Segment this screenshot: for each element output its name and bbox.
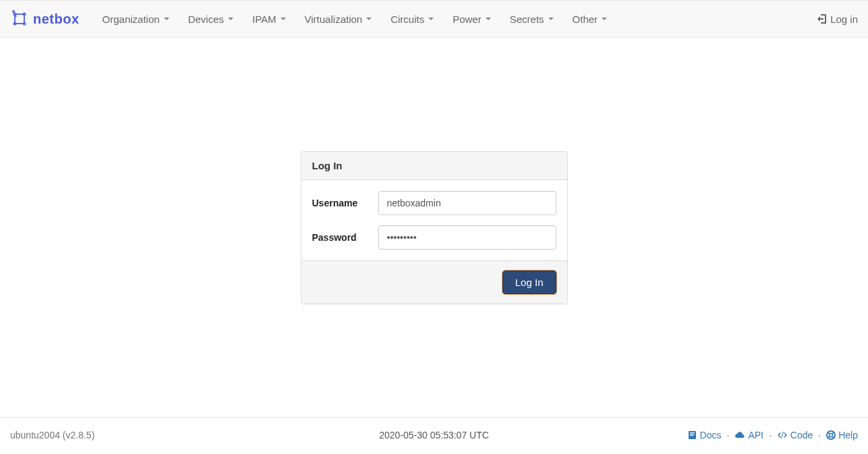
footer-timestamp: 2020-05-30 05:53:07 UTC xyxy=(379,430,489,441)
nav-label: Circuits xyxy=(390,13,424,25)
nav-item-ipam[interactable]: IPAM xyxy=(243,1,295,37)
username-label: Username xyxy=(312,198,378,208)
link-label: Docs xyxy=(700,430,722,441)
docs-link[interactable]: Docs xyxy=(688,430,722,441)
nav-item-organization[interactable]: Organization xyxy=(93,1,179,37)
panel-footer: Log In xyxy=(301,260,567,304)
sign-in-icon xyxy=(817,13,828,24)
code-icon xyxy=(777,430,788,440)
chevron-down-icon xyxy=(228,18,233,20)
link-label: API xyxy=(748,430,763,441)
password-row: Password xyxy=(312,225,556,250)
code-link[interactable]: Code xyxy=(777,430,813,441)
nav-label: IPAM xyxy=(252,13,277,25)
svg-point-8 xyxy=(23,22,26,26)
nav-menu: Organization Devices IPAM Virtualization… xyxy=(93,1,617,37)
nav-label: Devices xyxy=(188,13,224,25)
navbar: netbox Organization Devices IPAM Virtual… xyxy=(0,0,868,38)
footer-links: Docs · API · Code · Help xyxy=(688,430,858,441)
chevron-down-icon xyxy=(366,18,372,20)
panel-title: Log In xyxy=(301,152,567,180)
chevron-down-icon xyxy=(548,18,554,20)
nav-item-power[interactable]: Power xyxy=(443,1,500,37)
netbox-logo-icon xyxy=(10,9,29,28)
svg-point-7 xyxy=(13,22,17,26)
nav-item-secrets[interactable]: Secrets xyxy=(500,1,563,37)
nav-label: Secrets xyxy=(510,13,544,25)
brand-text: netbox xyxy=(33,11,80,27)
api-link[interactable]: API xyxy=(734,430,763,441)
username-input[interactable] xyxy=(378,191,556,215)
help-link[interactable]: Help xyxy=(826,430,858,441)
svg-point-6 xyxy=(23,13,26,16)
book-icon xyxy=(688,430,697,440)
login-label: Log in xyxy=(830,13,858,25)
nav-item-other[interactable]: Other xyxy=(563,1,617,37)
separator: · xyxy=(818,430,821,441)
footer-host: ubuntu2004 (v2.8.5) xyxy=(10,430,94,441)
brand-link[interactable]: netbox xyxy=(10,9,80,28)
main-content: Log In Username Password Log In xyxy=(0,38,868,417)
link-label: Code xyxy=(790,430,813,441)
nav-label: Other xyxy=(573,13,598,25)
svg-point-5 xyxy=(13,13,17,16)
separator: · xyxy=(726,430,729,441)
svg-point-9 xyxy=(12,10,15,13)
password-label: Password xyxy=(312,232,378,243)
chevron-down-icon xyxy=(602,18,607,20)
username-row: Username xyxy=(312,191,556,215)
nav-label: Organization xyxy=(103,13,160,25)
nav-label: Power xyxy=(453,13,482,25)
nav-item-devices[interactable]: Devices xyxy=(179,1,243,37)
separator: · xyxy=(769,430,772,441)
nav-label: Virtualization xyxy=(305,13,363,25)
chevron-down-icon xyxy=(486,18,491,20)
chevron-down-icon xyxy=(428,18,434,20)
chevron-down-icon xyxy=(164,18,169,20)
login-button[interactable]: Log In xyxy=(502,271,556,294)
cloud-icon xyxy=(734,430,745,440)
nav-item-circuits[interactable]: Circuits xyxy=(381,1,443,37)
login-panel: Log In Username Password Log In xyxy=(301,151,568,304)
link-label: Help xyxy=(838,430,858,441)
footer: ubuntu2004 (v2.8.5) 2020-05-30 05:53:07 … xyxy=(0,417,868,454)
panel-body: Username Password xyxy=(301,180,567,260)
password-input[interactable] xyxy=(378,225,556,250)
life-ring-icon xyxy=(826,430,836,440)
chevron-down-icon xyxy=(281,18,286,20)
svg-point-11 xyxy=(830,434,833,437)
login-link[interactable]: Log in xyxy=(817,13,858,25)
nav-item-virtualization[interactable]: Virtualization xyxy=(295,1,382,37)
